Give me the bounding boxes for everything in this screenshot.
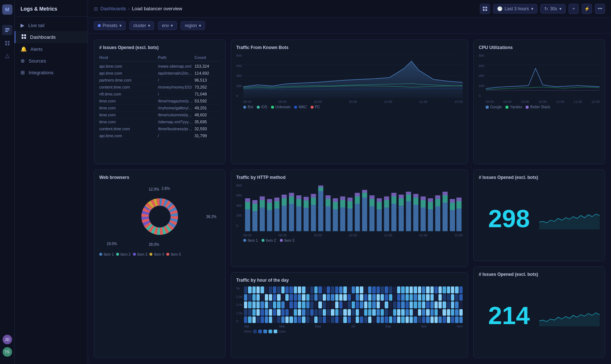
heatmap-cell — [381, 286, 384, 293]
svg-rect-5 — [5, 44, 7, 45]
heatmap-cell — [327, 301, 330, 308]
sidebar-title: Logs & Metrics — [15, 0, 88, 16]
table-row[interactable]: content.time.com /time/business/printout… — [99, 125, 220, 132]
env-filter[interactable]: env ▾ — [158, 21, 177, 30]
heatmap-cell — [447, 309, 450, 316]
presets-filter[interactable]: Presets ▾ — [94, 21, 126, 30]
heatmap-cell — [397, 316, 400, 323]
sidebar-item-dashboards[interactable]: Dashboards — [15, 31, 88, 43]
sidebar-item-livetail[interactable]: ▶ Live tail — [15, 19, 88, 31]
heatmap-cell — [459, 301, 463, 308]
table-row[interactable]: api.time.com /news-sitemap.xml 153,324 — [99, 63, 220, 70]
heatmap-cell — [438, 301, 442, 308]
avatar-jd[interactable]: JD — [3, 335, 12, 344]
svg-rect-104 — [406, 195, 411, 201]
heatmap-cell — [397, 294, 400, 301]
donut-chart-container: 12.0% 2.8% 38.2% 19.0% 28.0% — [99, 184, 220, 249]
breadcrumb: ⊞ Dashboards › Load balancer overview — [94, 6, 477, 12]
heatmap-cell — [377, 294, 380, 301]
heatmap-cell — [314, 294, 318, 301]
quick-action-button[interactable]: ⚡ — [582, 4, 592, 14]
layout-button[interactable] — [480, 4, 490, 14]
sidebar-item-integrations[interactable]: ⊞ Integrations — [15, 67, 88, 78]
heatmap-cell — [314, 309, 318, 316]
svg-rect-53 — [282, 198, 287, 206]
heatmap-cell — [306, 309, 310, 316]
heatmap-cell — [385, 316, 388, 323]
table-row[interactable]: time.com /time/columnist/printout 48,602 — [99, 112, 220, 119]
table-row[interactable]: content.time.com /money/money101/ 73,262 — [99, 84, 220, 91]
heatmap-cell — [422, 286, 425, 293]
heatmap-cell — [260, 301, 264, 308]
heatmap-cell — [372, 286, 375, 293]
breadcrumb-dashboards[interactable]: Dashboards — [100, 6, 126, 11]
sidebar-item-sources[interactable]: ⊕ Sources — [15, 55, 88, 67]
heatmap-cell — [418, 316, 421, 323]
svg-rect-37 — [245, 209, 250, 231]
heatmap-cell — [273, 309, 276, 316]
table-row[interactable]: api.time.com / 31,799 — [99, 132, 220, 139]
cluster-filter[interactable]: cluster ▾ — [129, 21, 154, 30]
cell-path: / — [158, 92, 195, 96]
svg-rect-118 — [442, 203, 448, 231]
heatmap-cell — [352, 301, 355, 308]
time-range-button[interactable]: 🕐 Last 3 hours ▾ — [493, 4, 537, 14]
table-row[interactable]: partners.time.com / 96,513 — [99, 77, 220, 84]
table-row[interactable]: time.com /sitemap.xml?yyyy=2023&mm... 35… — [99, 119, 220, 125]
avatar-ts[interactable]: TS — [3, 347, 12, 357]
heatmap-cell — [368, 316, 371, 323]
cell-host: time.com — [99, 113, 158, 117]
heatmap-cell — [285, 309, 289, 316]
svg-point-31 — [149, 206, 170, 227]
nav-icon-dashboards[interactable] — [2, 38, 12, 48]
table-row[interactable]: time.com /time/magazine/printout/ 53,592 — [99, 98, 220, 105]
sidebar-nav: ▶ Live tail Dashboards 🔔 Alerts ⊕ Source… — [15, 16, 88, 81]
svg-rect-95 — [384, 200, 389, 207]
table-row[interactable]: nft.time.com / 71,048 — [99, 91, 220, 98]
heatmap-cell — [265, 301, 268, 308]
heatmap-cell — [339, 294, 342, 301]
heatmap-cell — [260, 286, 264, 293]
svg-rect-9 — [22, 37, 23, 39]
more-button[interactable]: ••• — [595, 4, 605, 14]
heatmap-cell — [442, 309, 446, 316]
heatmap-cell — [389, 309, 392, 316]
table-row[interactable]: api.time.com /api/internal/v2/ingester-m… — [99, 70, 220, 77]
svg-rect-47 — [267, 203, 272, 210]
nav-icon-logs[interactable] — [2, 25, 12, 35]
heatmap-cell — [418, 309, 421, 316]
add-button[interactable]: + — [569, 4, 579, 14]
svg-rect-112 — [428, 209, 433, 231]
legend-item5: Item 5 — [166, 252, 181, 256]
svg-rect-12 — [485, 7, 487, 8]
alerts-icon: 🔔 — [21, 46, 27, 52]
cell-count: 114,692 — [195, 71, 220, 75]
cell-path: /news-sitemap.xml — [158, 64, 195, 68]
legend-http-item3: Item 3 — [280, 239, 295, 243]
svg-rect-100 — [399, 206, 404, 231]
heatmap-cell — [248, 294, 251, 301]
heatmap-cell — [459, 316, 463, 323]
refresh-button[interactable]: ↻ 30s ▾ — [540, 4, 566, 14]
plus-icon: + — [572, 6, 575, 11]
svg-rect-101 — [399, 198, 404, 206]
heatmap-cell — [368, 309, 371, 316]
svg-rect-52 — [282, 206, 287, 231]
svg-rect-78 — [340, 196, 345, 200]
svg-rect-71 — [326, 199, 331, 206]
heatmap-cell — [310, 301, 314, 308]
heatmap-cell — [285, 301, 289, 308]
cell-path: /api/internal/v2/ingester-muta... — [158, 71, 195, 75]
chevron-region: ▾ — [199, 23, 201, 28]
nav-icon-alerts[interactable] — [2, 51, 12, 61]
heatmap-cell — [364, 309, 367, 316]
region-filter[interactable]: region ▾ — [181, 21, 205, 30]
table-row[interactable]: time.com /myhome/gallery/enlarged/pr... … — [99, 105, 220, 112]
svg-rect-8 — [24, 34, 26, 36]
heatmap-cell — [348, 309, 351, 316]
sidebar-item-alerts[interactable]: 🔔 Alerts — [15, 43, 88, 55]
cell-path: / — [158, 78, 195, 82]
svg-rect-119 — [442, 195, 448, 203]
cell-host: time.com — [99, 99, 158, 103]
heatmap-cell — [447, 301, 450, 308]
